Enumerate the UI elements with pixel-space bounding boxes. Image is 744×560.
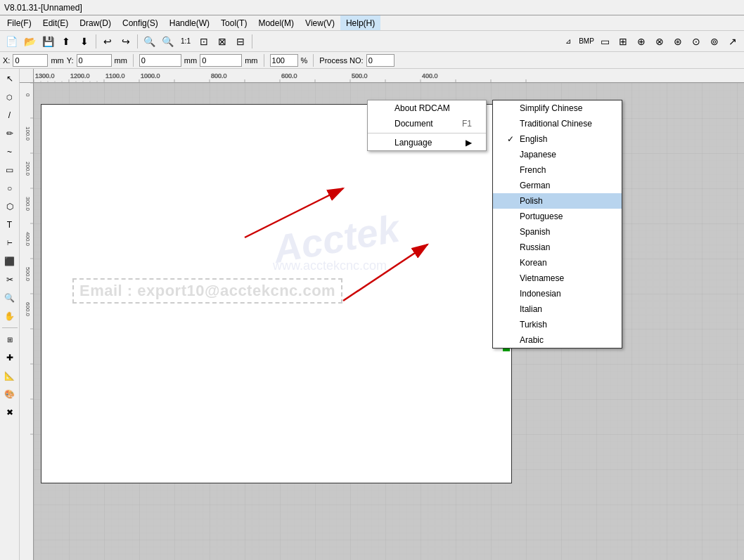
select-tool[interactable]: ↖: [1, 70, 18, 87]
redo-button[interactable]: ↪: [117, 33, 134, 50]
lang-portuguese[interactable]: Portuguese: [493, 209, 622, 224]
about-rdcam-item[interactable]: About RDCAM: [368, 100, 486, 116]
lang-korean[interactable]: Korean: [493, 255, 622, 271]
svg-text:500.0: 500.0: [25, 267, 31, 282]
zoom-button3[interactable]: ⊟: [232, 33, 249, 50]
ellipse-tool[interactable]: ○: [1, 180, 18, 197]
menu-help[interactable]: Help(H): [340, 15, 380, 30]
lang-italian[interactable]: Italian: [493, 301, 622, 317]
app-title: V8.01.31-[Unnamed]: [4, 3, 82, 13]
open-button[interactable]: 📂: [21, 33, 38, 50]
sep3: [252, 34, 252, 48]
lang-spanish[interactable]: Spanish: [493, 224, 622, 240]
menu-bar: File(F) Edit(E) Draw(D) Config(S) Handle…: [0, 15, 744, 31]
menu-model[interactable]: Model(M): [252, 15, 300, 30]
document-item[interactable]: Document F1: [368, 116, 486, 131]
cut-tool[interactable]: ✂: [1, 271, 18, 288]
zoomfit-button[interactable]: ⊡: [195, 33, 212, 50]
text-tool[interactable]: T: [1, 216, 18, 233]
height-input[interactable]: [200, 54, 242, 67]
percent-input[interactable]: [270, 54, 298, 67]
zoom-tool[interactable]: 🔍: [1, 289, 18, 306]
process-input[interactable]: [366, 54, 395, 67]
menu-handle[interactable]: Handle(W): [164, 15, 215, 30]
lang-indonesian[interactable]: Indonesian: [493, 286, 622, 301]
tb-r8[interactable]: ⊙: [688, 33, 705, 50]
ruler-left-svg: 0 100.0 200.0 300.0 400.0 500.0 600.0: [20, 83, 34, 560]
sep1: [96, 34, 96, 48]
spline-tool[interactable]: ~: [1, 143, 18, 160]
ruler-corner: [20, 69, 34, 83]
lang-polish[interactable]: Polish: [493, 193, 622, 209]
title-bar: V8.01.31-[Unnamed]: [0, 0, 744, 15]
tb-r1[interactable]: ⊿: [560, 33, 577, 50]
lang-arabic[interactable]: Arabic: [493, 332, 622, 348]
menu-tool[interactable]: Tool(T): [215, 15, 252, 30]
line-tool[interactable]: /: [1, 107, 18, 124]
node-tool[interactable]: ⬡: [1, 89, 18, 105]
lang-german[interactable]: German: [493, 178, 622, 193]
undo-button[interactable]: ↩: [99, 33, 116, 50]
y-input[interactable]: [77, 54, 112, 67]
fill-tool[interactable]: ⬛: [1, 253, 18, 270]
drawing-canvas: Email : export10@acctekcnc.com Acctek ww…: [34, 83, 744, 560]
pencil-tool[interactable]: ✏: [1, 125, 18, 142]
menu-edit[interactable]: Edit(E): [37, 15, 75, 30]
menu-config[interactable]: Config(S): [117, 15, 164, 30]
lang-simplify-chinese[interactable]: Simplify Chinese: [493, 100, 622, 116]
svg-text:600.0: 600.0: [281, 72, 297, 79]
tb-r10[interactable]: ↗: [724, 33, 741, 50]
measure-tool[interactable]: 📐: [1, 367, 18, 384]
hand-tool[interactable]: ✋: [1, 308, 18, 325]
width-input[interactable]: [139, 54, 181, 67]
tb-r7[interactable]: ⊛: [669, 33, 686, 50]
zoom100-button[interactable]: 1:1: [177, 33, 194, 50]
menu-file[interactable]: File(F): [1, 15, 37, 30]
tb-r5[interactable]: ⊕: [633, 33, 650, 50]
menu-view[interactable]: View(V): [300, 15, 340, 30]
color-tool[interactable]: 🎨: [1, 386, 18, 403]
export-button[interactable]: ⬇: [76, 33, 93, 50]
tb-r4[interactable]: ⊞: [615, 33, 631, 50]
polygon-tool[interactable]: ⬡: [1, 198, 18, 215]
lang-traditional-chinese[interactable]: Traditional Chinese: [493, 116, 622, 131]
left-toolbar: ↖ ⬡ / ✏ ~ ▭ ○ ⬡ T ⊢ ⬛ ✂ 🔍 ✋ ⊞ ✚ 📐 🎨 ✖: [0, 69, 20, 560]
y-unit: mm: [115, 56, 127, 65]
process-label: Process NO:: [319, 56, 363, 65]
lang-japanese[interactable]: Japanese: [493, 147, 622, 162]
save-button[interactable]: 💾: [39, 33, 56, 50]
svg-text:800.0: 800.0: [211, 72, 227, 79]
language-item[interactable]: Language ▶: [368, 135, 486, 150]
lang-vietnamese[interactable]: Vietnamese: [493, 271, 622, 286]
menu-draw[interactable]: Draw(D): [74, 15, 117, 30]
svg-text:1200.0: 1200.0: [70, 72, 90, 79]
lang-french[interactable]: French: [493, 162, 622, 178]
tb-r6[interactable]: ⊗: [651, 33, 668, 50]
zoom-button2[interactable]: ⊠: [214, 33, 231, 50]
x-unit: mm: [51, 56, 63, 65]
menu-sep: [368, 133, 486, 134]
svg-rect-32: [20, 83, 34, 560]
sep2: [137, 34, 138, 48]
svg-text:300.0: 300.0: [25, 197, 31, 211]
lang-turkish[interactable]: Turkish: [493, 317, 622, 332]
import-button[interactable]: ⬆: [58, 33, 75, 50]
grid-tool[interactable]: ⊞: [1, 331, 18, 348]
dimline-tool[interactable]: ⊢: [1, 235, 18, 252]
w-unit: mm: [184, 56, 197, 65]
new-button[interactable]: 📄: [3, 33, 20, 50]
lang-english[interactable]: ✓ English: [493, 131, 622, 147]
tb-r3[interactable]: ▭: [596, 33, 613, 50]
extra-tool[interactable]: ✖: [1, 404, 18, 421]
lang-russian[interactable]: Russian: [493, 240, 622, 255]
svg-text:400.0: 400.0: [25, 232, 31, 247]
main-area: ↖ ⬡ / ✏ ~ ▭ ○ ⬡ T ⊢ ⬛ ✂ 🔍 ✋ ⊞ ✚ 📐 🎨 ✖: [0, 69, 744, 560]
rect-tool[interactable]: ▭: [1, 162, 18, 178]
zoomout-button[interactable]: 🔍: [159, 33, 176, 50]
svg-text:0: 0: [25, 93, 31, 97]
cross-tool[interactable]: ✚: [1, 349, 18, 366]
zoomin-button[interactable]: 🔍: [141, 33, 158, 50]
tb-r9[interactable]: ⊚: [706, 33, 723, 50]
tb-r2[interactable]: BMP: [578, 33, 595, 50]
x-input[interactable]: [13, 54, 48, 67]
